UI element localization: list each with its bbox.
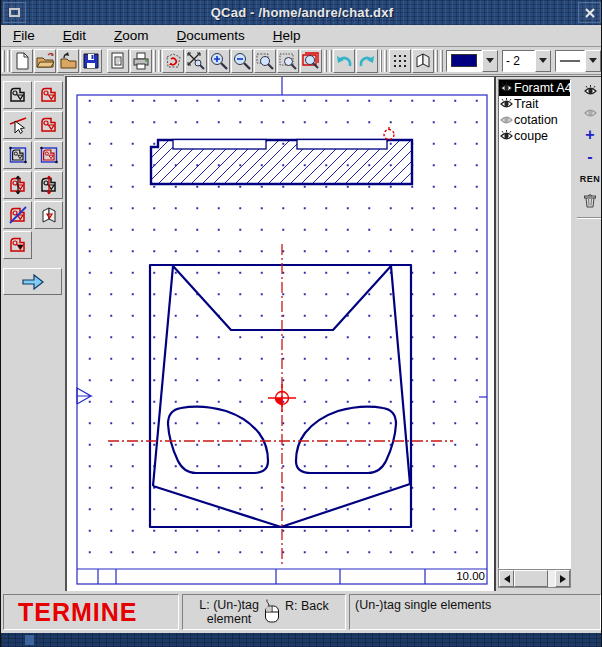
chevron-down-icon xyxy=(539,58,547,63)
tag-intersect-red-button[interactable] xyxy=(3,171,32,199)
new-document-icon xyxy=(12,51,32,71)
tag-intersect-black-button[interactable] xyxy=(34,171,63,199)
redraw-button[interactable] xyxy=(162,49,184,73)
tag-window-blue-icon xyxy=(7,144,29,166)
toolbar-handle[interactable] xyxy=(435,50,438,72)
menu-help[interactable]: Help xyxy=(273,28,301,43)
layer-delete-button[interactable] xyxy=(578,192,602,209)
chevron-down-icon xyxy=(486,58,494,63)
tag-window-blue-button[interactable] xyxy=(3,141,32,169)
grid-toggle-button[interactable] xyxy=(389,49,411,73)
mouse-left-hint-line2: element xyxy=(199,612,259,626)
zoom-in-button[interactable] xyxy=(208,49,230,73)
tag-contour-red-button[interactable] xyxy=(34,111,63,139)
layer-show-button[interactable] xyxy=(578,82,602,99)
eye-icon[interactable] xyxy=(500,129,513,143)
scrollbar-track[interactable] xyxy=(548,570,555,587)
layer-name: Trait xyxy=(514,97,539,111)
toolbar-handle[interactable] xyxy=(440,50,443,72)
toolbar-handle[interactable] xyxy=(329,50,332,72)
toolbar-handle[interactable] xyxy=(7,50,10,72)
tag-layer-button[interactable] xyxy=(34,201,63,229)
rename-layer-label: REN xyxy=(580,174,601,184)
menu-edit[interactable]: Edit xyxy=(63,28,86,43)
redo-button[interactable] xyxy=(356,49,378,73)
zoom-auto-button[interactable] xyxy=(277,49,299,73)
toolbar-handle[interactable] xyxy=(384,50,387,72)
toolbar-handle[interactable] xyxy=(153,50,156,72)
color-combo-value xyxy=(446,50,482,72)
layer-hide-button[interactable] xyxy=(578,104,602,121)
line-width-combo[interactable]: - 2 xyxy=(502,50,551,72)
layer-row-cotation[interactable]: cotation xyxy=(499,112,570,128)
tag-intersect-black-icon xyxy=(38,174,60,196)
color-combo-arrow[interactable] xyxy=(482,50,498,72)
menu-file[interactable]: File xyxy=(13,28,35,43)
window-menu-button[interactable] xyxy=(3,2,26,23)
previous-view-button[interactable] xyxy=(300,49,322,73)
line-style-value xyxy=(555,50,585,72)
open-folder-button[interactable] xyxy=(57,49,79,73)
layer-list-hscrollbar[interactable] xyxy=(498,569,571,588)
main-toolbar: - 2 xyxy=(1,47,602,75)
pointer-select-icon xyxy=(7,114,29,136)
print-button[interactable] xyxy=(130,49,152,73)
previous-view-icon xyxy=(301,51,321,71)
scrollbar-thumb[interactable] xyxy=(514,570,548,587)
tag-element-black-button[interactable] xyxy=(3,81,32,109)
color-combo[interactable] xyxy=(446,50,498,72)
toolbar-handle[interactable] xyxy=(380,50,383,72)
zoom-window-button[interactable] xyxy=(254,49,276,73)
open-file-button[interactable] xyxy=(34,49,56,73)
layer-row-format-a4[interactable]: Foramt A4 xyxy=(499,80,570,96)
line-width-value: - 2 xyxy=(502,50,535,72)
tag-layer-icon xyxy=(38,204,60,226)
scroll-right-button[interactable] xyxy=(555,570,570,587)
layer-add-button[interactable]: + xyxy=(578,126,602,143)
window-title: QCad - /home/andre/chat.dxf xyxy=(26,5,578,20)
continue-button[interactable] xyxy=(3,268,62,295)
menu-documents[interactable]: Documents xyxy=(177,28,245,43)
tag-all-red-button[interactable] xyxy=(3,231,32,259)
zoom-out-button[interactable] xyxy=(231,49,253,73)
toolbar-handle[interactable] xyxy=(324,50,327,72)
tag-tool-palette xyxy=(1,75,64,591)
tag-window-red-button[interactable] xyxy=(34,141,63,169)
close-button[interactable] xyxy=(578,2,601,23)
pointer-select-button[interactable] xyxy=(3,111,32,139)
new-document-button[interactable] xyxy=(11,49,33,73)
zoom-auto-icon xyxy=(278,51,298,71)
line-width-combo-arrow[interactable] xyxy=(535,50,551,72)
line-style-combo[interactable] xyxy=(555,50,601,72)
line-style-combo-arrow[interactable] xyxy=(585,50,601,72)
layer-name: cotation xyxy=(514,113,558,127)
pan-zoom-button[interactable] xyxy=(185,49,207,73)
tag-element-red-button[interactable] xyxy=(34,81,63,109)
layer-remove-button[interactable]: - xyxy=(578,148,602,165)
toolbar-handle[interactable] xyxy=(2,50,5,72)
tag-intersect-red-icon xyxy=(7,174,29,196)
resize-grip[interactable] xyxy=(25,635,34,645)
layer-list: Foramt A4 Trait cotation coupe xyxy=(498,79,571,569)
untag-all-icon xyxy=(7,204,29,226)
eye-hidden-icon[interactable] xyxy=(500,113,513,127)
print-preview-button[interactable] xyxy=(107,49,129,73)
mouse-left-hint: L: (Un-)tag xyxy=(199,598,259,612)
eye-icon[interactable] xyxy=(500,97,513,111)
status-message: (Un-)tag single elements xyxy=(349,594,601,630)
save-button[interactable] xyxy=(80,49,102,73)
untag-all-button[interactable] xyxy=(3,201,32,229)
layer-row-coupe[interactable]: coupe xyxy=(499,128,570,144)
undo-button[interactable] xyxy=(333,49,355,73)
toolbar-handle[interactable] xyxy=(158,50,161,72)
menu-zoom[interactable]: Zoom xyxy=(114,28,149,43)
view-3d-button[interactable] xyxy=(412,49,434,73)
scroll-left-button[interactable] xyxy=(499,570,514,587)
main-area: 10.00 xyxy=(1,75,602,591)
drawing-canvas[interactable]: 10.00 xyxy=(65,76,494,591)
relative-zero-marker xyxy=(268,384,296,412)
window-bottom-border[interactable] xyxy=(1,633,602,647)
layer-row-trait[interactable]: Trait xyxy=(499,96,570,112)
eye-icon[interactable] xyxy=(500,81,513,95)
layer-rename-button[interactable]: REN xyxy=(578,170,602,187)
